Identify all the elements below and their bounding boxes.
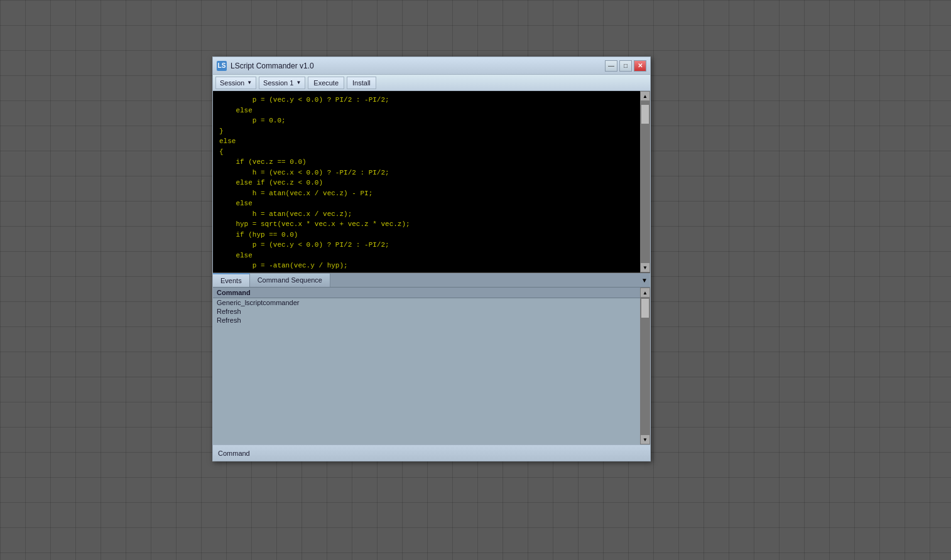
tab-command-sequence[interactable]: Command Sequence bbox=[250, 273, 330, 287]
code-content: p = (vec.y < 0.0) ? PI/2 : -PI/2; else p… bbox=[213, 91, 650, 273]
bottom-bar: Command bbox=[213, 444, 650, 461]
events-scroll-thumb bbox=[641, 299, 649, 318]
title-bar: LS LScript Commander v1.0 — □ ✕ bbox=[213, 57, 650, 75]
events-scrollbar[interactable]: ▲ ▼ bbox=[640, 288, 650, 444]
code-editor[interactable]: p = (vec.y < 0.0) ? PI/2 : -PI/2; else p… bbox=[213, 91, 650, 273]
session-dropdown[interactable]: Session ▼ bbox=[215, 77, 256, 89]
bottom-command-label: Command bbox=[218, 450, 250, 457]
command-column-header: Command bbox=[217, 289, 251, 296]
window-title: LScript Commander v1.0 bbox=[231, 62, 605, 70]
maximize-button[interactable]: □ bbox=[619, 60, 632, 72]
tab-scroll-arrow[interactable]: ▼ bbox=[639, 273, 650, 287]
event-row-1-value: Generic_lscriptcommander bbox=[217, 299, 299, 306]
session1-dropdown[interactable]: Session 1 ▼ bbox=[259, 77, 305, 89]
app-icon: LS bbox=[217, 61, 227, 71]
main-window: LS LScript Commander v1.0 — □ ✕ Session … bbox=[212, 57, 651, 461]
session1-dropdown-arrow: ▼ bbox=[296, 80, 301, 85]
minimize-button[interactable]: — bbox=[605, 60, 617, 72]
scroll-up-btn[interactable]: ▲ bbox=[641, 92, 649, 100]
scroll-thumb bbox=[641, 105, 649, 124]
event-row-1[interactable]: Generic_lscriptcommander bbox=[213, 298, 640, 307]
session-dropdown-arrow: ▼ bbox=[247, 80, 252, 85]
event-row-3[interactable]: Refresh bbox=[213, 316, 640, 325]
event-row-3-value: Refresh bbox=[217, 316, 241, 324]
event-row-2[interactable]: Refresh bbox=[213, 307, 640, 316]
event-row-2-value: Refresh bbox=[217, 308, 241, 315]
events-table-header: Command bbox=[213, 288, 640, 298]
scroll-track bbox=[640, 101, 650, 262]
events-scroll-down[interactable]: ▼ bbox=[641, 435, 649, 444]
code-scrollbar[interactable]: ▲ ▼ bbox=[640, 91, 650, 272]
execute-button[interactable]: Execute bbox=[308, 77, 344, 89]
scroll-down-btn[interactable]: ▼ bbox=[641, 263, 649, 272]
tab-bar: Events Command Sequence ▼ bbox=[213, 273, 650, 288]
events-scroll-up[interactable]: ▲ bbox=[641, 288, 649, 297]
tabs-section: Events Command Sequence ▼ Command Generi… bbox=[213, 273, 650, 444]
install-button[interactable]: Install bbox=[347, 77, 376, 89]
menu-bar: Session ▼ Session 1 ▼ Execute Install bbox=[213, 75, 650, 91]
close-button[interactable]: ✕ bbox=[634, 60, 646, 72]
events-table: Command Generic_lscriptcommander Refresh… bbox=[213, 288, 640, 444]
tab-events[interactable]: Events bbox=[213, 273, 250, 287]
window-controls: — □ ✕ bbox=[605, 60, 646, 72]
tabs-content: Command Generic_lscriptcommander Refresh… bbox=[213, 288, 650, 444]
events-scroll-track bbox=[640, 298, 650, 434]
